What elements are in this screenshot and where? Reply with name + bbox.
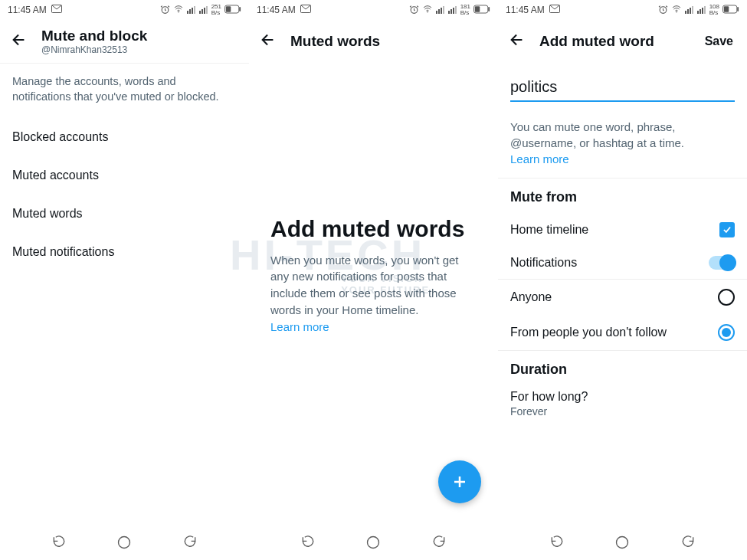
svg-point-17 xyxy=(427,11,428,12)
row-notifications[interactable]: Notifications xyxy=(498,247,747,279)
svg-rect-39 xyxy=(702,8,703,14)
svg-rect-36 xyxy=(692,6,693,14)
back-button[interactable] xyxy=(509,31,526,51)
header: Add muted word Save xyxy=(498,20,747,63)
empty-state: Add muted words When you mute words, you… xyxy=(249,63,498,335)
menu-blocked-accounts[interactable]: Blocked accounts xyxy=(0,118,249,156)
duration-question: For how long? xyxy=(510,390,735,404)
nav-recent-button[interactable] xyxy=(51,535,67,550)
svg-point-14 xyxy=(119,537,130,549)
menu-muted-accounts[interactable]: Muted accounts xyxy=(0,156,249,195)
svg-rect-28 xyxy=(475,6,480,11)
battery-icon xyxy=(224,5,241,15)
svg-rect-38 xyxy=(699,9,701,14)
signal-icon xyxy=(187,5,196,15)
svg-rect-24 xyxy=(453,8,454,14)
svg-rect-4 xyxy=(189,9,191,14)
svg-rect-25 xyxy=(455,6,457,14)
signal-icon-2 xyxy=(697,5,706,15)
system-navbar xyxy=(249,525,498,560)
svg-rect-7 xyxy=(199,11,201,14)
svg-rect-12 xyxy=(239,7,241,11)
row-label: Notifications xyxy=(510,256,577,270)
learn-more-link[interactable]: Learn more xyxy=(270,320,329,333)
svg-rect-35 xyxy=(690,8,691,14)
signal-icon xyxy=(436,5,445,15)
save-button[interactable]: Save xyxy=(705,34,736,48)
svg-rect-18 xyxy=(436,11,437,14)
anyone-radio[interactable] xyxy=(718,289,735,306)
page-description: Manage the accounts, words and notificat… xyxy=(0,64,249,118)
svg-rect-34 xyxy=(687,9,689,14)
back-button[interactable] xyxy=(11,31,28,51)
nav-home-button[interactable] xyxy=(365,535,381,550)
alarm-icon xyxy=(409,5,419,16)
wifi-icon xyxy=(173,5,184,15)
learn-more-link[interactable]: Learn more xyxy=(510,152,569,165)
svg-rect-23 xyxy=(450,9,452,14)
mail-icon xyxy=(300,5,311,15)
net-unit: B/s xyxy=(211,10,221,16)
notifications-toggle[interactable] xyxy=(709,256,735,270)
row-anyone[interactable]: Anyone xyxy=(498,279,747,315)
nav-home-button[interactable] xyxy=(116,535,132,550)
nav-recent-button[interactable] xyxy=(549,535,565,550)
alarm-icon xyxy=(658,5,668,16)
empty-heading: Add muted words xyxy=(270,216,477,243)
svg-point-32 xyxy=(676,11,677,12)
row-label: Anyone xyxy=(510,290,552,304)
not-follow-radio[interactable] xyxy=(718,324,735,341)
battery-icon xyxy=(722,5,739,15)
alarm-icon xyxy=(160,5,170,16)
nav-recent-button[interactable] xyxy=(300,535,316,550)
row-not-follow[interactable]: From people you don't follow xyxy=(498,315,747,350)
svg-rect-5 xyxy=(192,8,193,14)
row-label: From people you don't follow xyxy=(510,326,667,339)
menu-muted-words[interactable]: Muted words xyxy=(0,195,249,233)
muted-word-input[interactable] xyxy=(510,77,735,102)
svg-rect-40 xyxy=(704,6,706,14)
nav-back-button[interactable] xyxy=(431,535,447,550)
statusbar-time: 11:45 AM xyxy=(506,5,545,15)
svg-point-29 xyxy=(368,537,379,549)
mail-icon xyxy=(51,5,62,15)
add-muted-word-fab[interactable] xyxy=(438,460,481,503)
svg-rect-6 xyxy=(194,6,195,14)
svg-rect-8 xyxy=(201,9,203,14)
svg-rect-3 xyxy=(187,11,188,14)
statusbar: 11:45 AM 181 B/s xyxy=(249,0,498,20)
svg-rect-13 xyxy=(226,6,231,11)
svg-rect-10 xyxy=(206,6,208,14)
net-unit: B/s xyxy=(460,10,470,16)
system-navbar xyxy=(498,525,747,560)
nav-back-button[interactable] xyxy=(182,535,198,550)
page-title: Muted words xyxy=(290,33,487,50)
row-home-timeline[interactable]: Home timeline xyxy=(498,213,747,247)
panel-add-muted-word: 11:45 AM 108 B/s Add muted word Save xyxy=(498,0,747,560)
row-label: Home timeline xyxy=(510,223,588,237)
home-timeline-checkbox[interactable] xyxy=(719,222,735,237)
page-subtitle: @NimrahKhan32513 xyxy=(41,44,147,55)
empty-body: When you mute words, you won't get any n… xyxy=(270,254,459,316)
input-hint: You can mute one word, phrase, @username… xyxy=(510,120,684,149)
signal-icon-2 xyxy=(199,5,208,15)
battery-icon xyxy=(473,5,490,15)
mute-from-section-label: Mute from xyxy=(498,178,747,213)
svg-rect-20 xyxy=(441,8,442,14)
header: Muted words xyxy=(249,20,498,63)
duration-section-label: Duration xyxy=(498,351,747,385)
menu-muted-notifications[interactable]: Muted notifications xyxy=(0,233,249,271)
system-navbar xyxy=(0,525,249,560)
svg-point-44 xyxy=(617,537,628,549)
row-duration[interactable]: For how long? Forever xyxy=(498,385,747,430)
statusbar-time: 11:45 AM xyxy=(257,5,296,15)
statusbar-time: 11:45 AM xyxy=(8,5,47,15)
statusbar: 11:45 AM 251 B/s xyxy=(0,0,249,20)
svg-rect-33 xyxy=(685,11,686,14)
nav-back-button[interactable] xyxy=(680,535,696,550)
wifi-icon xyxy=(671,5,682,15)
svg-rect-9 xyxy=(204,8,205,14)
back-button[interactable] xyxy=(260,31,277,51)
svg-rect-27 xyxy=(488,7,490,11)
nav-home-button[interactable] xyxy=(614,535,630,550)
